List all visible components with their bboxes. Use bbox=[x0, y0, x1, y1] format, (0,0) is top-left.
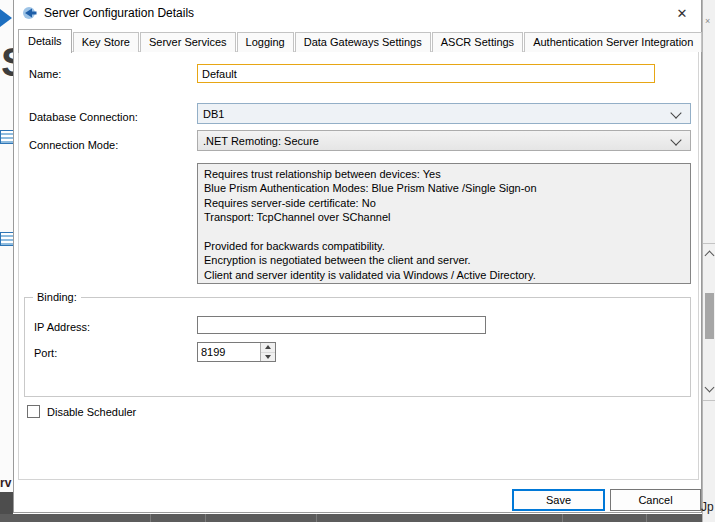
background-blueprism-arrow-icon bbox=[0, 9, 12, 27]
details-tab-page: Name: Database Connection: DB1 Connectio… bbox=[18, 51, 699, 480]
binding-group-title: Binding: bbox=[33, 291, 81, 303]
tab-server-services[interactable]: Server Services bbox=[140, 32, 236, 52]
background-window-right-sliver: × bbox=[702, 0, 715, 522]
connection-mode-info-box: Requires trust relationship between devi… bbox=[197, 163, 691, 284]
background-heading-fragment: S bbox=[1, 42, 13, 82]
dialog-title: Server Configuration Details bbox=[44, 6, 194, 20]
database-connection-label: Database Connection: bbox=[29, 111, 138, 123]
info-line: Requires server-side certificate: No bbox=[204, 196, 684, 210]
scrollbar-down-icon[interactable] bbox=[705, 383, 715, 393]
spin-up-button[interactable] bbox=[261, 343, 275, 353]
triangle-down-icon bbox=[265, 355, 271, 359]
close-icon[interactable]: ✕ bbox=[665, 2, 699, 24]
tab-logging[interactable]: Logging bbox=[237, 32, 294, 52]
database-connection-select[interactable]: DB1 bbox=[197, 103, 691, 124]
chevron-down-icon bbox=[670, 134, 681, 145]
scrollbar-thumb[interactable] bbox=[705, 293, 714, 339]
tab-strip: Details Key Store Server Services Loggin… bbox=[18, 29, 703, 52]
info-line: Transport: TcpChannel over SChannel bbox=[204, 210, 684, 224]
spin-down-button[interactable] bbox=[261, 353, 275, 362]
background-text-fragment-right: Jp bbox=[701, 500, 714, 514]
disable-scheduler-label: Disable Scheduler bbox=[47, 406, 136, 418]
triangle-up-icon bbox=[265, 345, 271, 349]
ip-address-label: IP Address: bbox=[34, 321, 90, 333]
server-configuration-details-dialog: Server Configuration Details ✕ Details K… bbox=[13, 0, 702, 513]
name-label: Name: bbox=[29, 68, 61, 80]
info-line: Blue Prism Authentication Modes: Blue Pr… bbox=[204, 181, 684, 195]
title-bar[interactable]: Server Configuration Details ✕ bbox=[14, 0, 701, 27]
cancel-button[interactable]: Cancel bbox=[610, 489, 701, 511]
background-table-header-strip bbox=[0, 514, 715, 522]
name-input[interactable] bbox=[197, 64, 655, 83]
scrollbar-up-icon[interactable] bbox=[705, 251, 715, 261]
chevron-down-icon bbox=[670, 107, 681, 118]
connection-mode-label: Connection Mode: bbox=[29, 139, 118, 151]
info-line: Requires trust relationship between devi… bbox=[204, 167, 684, 181]
background-text-fragment-left: rv bbox=[0, 476, 11, 490]
ip-address-input[interactable] bbox=[197, 316, 486, 334]
background-tree-node-icon bbox=[0, 130, 13, 144]
port-input[interactable] bbox=[198, 343, 260, 361]
save-button[interactable]: Save bbox=[512, 489, 605, 511]
info-line bbox=[204, 225, 684, 239]
tab-details[interactable]: Details bbox=[18, 29, 72, 53]
app-icon bbox=[22, 5, 38, 21]
connection-mode-value: .NET Remoting: Secure bbox=[203, 135, 319, 147]
disable-scheduler-checkbox[interactable] bbox=[27, 405, 40, 418]
background-close-icon: × bbox=[705, 16, 710, 26]
database-connection-value: DB1 bbox=[203, 108, 224, 120]
port-label: Port: bbox=[34, 347, 57, 359]
tab-authentication-server-integration[interactable]: Authentication Server Integration bbox=[524, 32, 702, 52]
info-line: Provided for backwards compatibility. bbox=[204, 239, 684, 253]
tab-ascr-settings[interactable]: ASCR Settings bbox=[432, 32, 523, 52]
connection-mode-select[interactable]: .NET Remoting: Secure bbox=[197, 130, 691, 151]
port-stepper bbox=[197, 342, 276, 362]
background-tree-node-icon bbox=[0, 232, 13, 246]
background-window-left-sliver: S rv bbox=[0, 0, 13, 522]
binding-group: Binding: IP Address: Port: bbox=[24, 297, 691, 397]
info-line: Encryption is negotiated between the cli… bbox=[204, 253, 684, 267]
tab-key-store[interactable]: Key Store bbox=[73, 32, 139, 52]
info-line: Client and server identity is validated … bbox=[204, 268, 684, 282]
tab-data-gateways-settings[interactable]: Data Gateways Settings bbox=[295, 32, 431, 52]
